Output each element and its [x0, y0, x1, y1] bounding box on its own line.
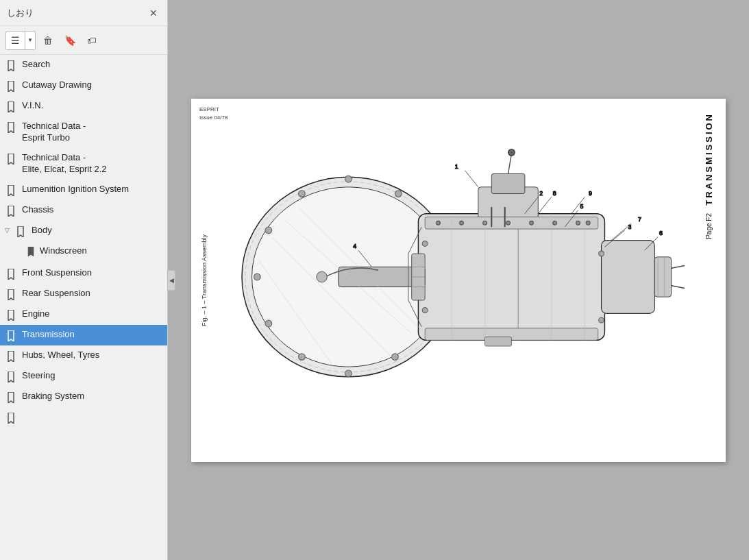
document-page: ESPRIT Issue 04/78 TRANSMISSION Page F2 …	[191, 99, 726, 462]
bookmark-icon	[5, 122, 16, 133]
sidebar-item-engine[interactable]: Engine	[0, 304, 167, 325]
sidebar-item-vin[interactable]: V.I.N.	[0, 96, 167, 117]
bookmark-icon	[5, 206, 16, 217]
bookmark-icon	[5, 81, 16, 92]
svg-rect-25	[425, 217, 598, 228]
svg-line-59	[538, 197, 551, 213]
svg-text:2: 2	[539, 189, 543, 196]
sidebar-item-search[interactable]: Search	[0, 55, 167, 75]
transmission-drawing: 1 2 3 4 5 6	[219, 119, 685, 435]
svg-rect-74	[654, 256, 671, 296]
sidebar-item-label: Engine	[22, 308, 162, 320]
svg-point-72	[599, 251, 604, 256]
sidebar-item-tech-data-elite[interactable]: Technical Data -Elite, Elcat, Esprit 2.2	[0, 148, 167, 180]
sidebar-item-tech-data-turbo[interactable]: Technical Data -Esprit Turbo	[0, 117, 167, 148]
sidebar-item-label: Body	[32, 225, 162, 236]
bookmark-icon	[5, 372, 16, 382]
sidebar-item-label: Rear Suspension	[22, 288, 162, 300]
sidebar-item-cutaway-drawing[interactable]: Cutaway Drawing	[0, 75, 167, 96]
svg-line-19	[508, 154, 512, 173]
bookmark-icon	[5, 101, 16, 112]
sidebar-item-steering[interactable]: Steering	[0, 366, 167, 387]
sidebar-item-label: Transmission	[22, 329, 162, 341]
sidebar-item-label: V.I.N.	[22, 100, 162, 112]
svg-line-57	[611, 223, 631, 240]
list-icon: ☰	[11, 35, 20, 46]
tag-button[interactable]: 🏷	[82, 31, 101, 50]
main-content: ESPRIT Issue 04/78 TRANSMISSION Page F2 …	[168, 0, 749, 560]
svg-point-32	[576, 221, 580, 225]
sidebar-item-body[interactable]: ▽ Body	[0, 221, 167, 241]
sidebar-item-partial[interactable]	[0, 407, 167, 428]
svg-point-26	[437, 221, 441, 225]
sidebar-collapse-handle[interactable]: ◀	[167, 270, 175, 291]
bookmark-icon	[5, 185, 16, 196]
svg-point-63	[317, 271, 328, 282]
bookmark-icon	[15, 226, 26, 237]
bookmark-icon	[5, 154, 16, 165]
list-dropdown-arrow[interactable]: ▼	[25, 32, 35, 49]
svg-point-33	[586, 221, 590, 225]
close-button[interactable]: ✕	[147, 6, 160, 20]
close-icon: ✕	[149, 8, 158, 19]
sidebar-item-label: Search	[22, 59, 162, 71]
bookmark-icon	[5, 351, 16, 362]
sidebar-item-rear-suspension[interactable]: Rear Suspension	[0, 284, 167, 304]
list-view-button[interactable]: ☰	[6, 32, 25, 49]
bookmark-icon	[5, 330, 16, 341]
svg-point-70	[422, 241, 428, 246]
sidebar-item-transmission[interactable]: Transmission	[0, 325, 167, 345]
svg-point-3	[345, 175, 352, 182]
sidebar-item-label: Braking System	[22, 391, 162, 402]
sidebar-item-chassis[interactable]: Chassis	[0, 200, 167, 221]
delete-icon: 🗑	[43, 35, 53, 46]
sidebar-item-label: Windscreen	[40, 245, 162, 257]
sidebar-item-label: Cutaway Drawing	[22, 80, 162, 91]
bookmark-icon	[5, 310, 16, 321]
svg-point-13	[265, 227, 272, 234]
chevron-down-icon: ▼	[27, 37, 33, 43]
bookmark-icon	[5, 413, 16, 424]
bookmark-icon	[5, 60, 16, 71]
bookmark-icon	[5, 269, 16, 280]
sidebar-item-label: Steering	[22, 370, 162, 382]
svg-text:5: 5	[580, 202, 583, 209]
sidebar-header: しおり ✕	[0, 0, 167, 26]
collapse-icon: ◀	[169, 277, 174, 284]
svg-point-10	[299, 353, 306, 360]
sidebar-nav: Search Cutaway Drawing V.I.N. Technical …	[0, 55, 167, 560]
add-bookmark-button[interactable]: 🔖	[60, 31, 79, 50]
svg-point-71	[422, 307, 428, 313]
svg-point-14	[299, 190, 306, 197]
svg-text:7: 7	[638, 216, 641, 223]
svg-line-45	[465, 170, 478, 186]
svg-point-12	[254, 273, 260, 280]
sidebar-item-braking-system[interactable]: Braking System	[0, 387, 167, 407]
sidebar-item-label: Front Suspension	[22, 267, 162, 279]
bookmark-icon	[5, 289, 16, 300]
svg-point-20	[508, 149, 515, 156]
svg-text:9: 9	[589, 189, 592, 196]
svg-point-31	[553, 221, 557, 225]
tag-icon: 🏷	[87, 35, 97, 46]
svg-point-4	[395, 190, 402, 197]
svg-text:4: 4	[353, 243, 356, 249]
sidebar-item-label: Chassis	[22, 204, 162, 216]
svg-point-9	[345, 370, 352, 377]
sidebar-title: しおり	[7, 7, 34, 19]
svg-rect-39	[485, 337, 512, 346]
sidebar-item-front-suspension[interactable]: Front Suspension	[0, 263, 167, 284]
sidebar: しおり ✕ ☰ ▼ 🗑 🔖 🏷 Sear	[0, 0, 168, 560]
delete-button[interactable]: 🗑	[38, 31, 58, 50]
svg-point-30	[530, 221, 534, 225]
svg-rect-40	[602, 240, 655, 313]
svg-text:1: 1	[455, 162, 458, 169]
sidebar-item-hubs-wheel-tyres[interactable]: Hubs, Wheel, Tyres	[0, 345, 167, 366]
svg-rect-18	[491, 173, 525, 193]
sidebar-item-label: Technical Data -Elite, Elcat, Esprit 2.2	[22, 152, 162, 175]
sidebar-item-windscreen[interactable]: Windscreen	[0, 241, 167, 264]
svg-text:8: 8	[553, 189, 556, 196]
add-bookmark-icon: 🔖	[64, 35, 76, 46]
sidebar-item-label: Hubs, Wheel, Tyres	[22, 350, 162, 361]
sidebar-item-lumenition[interactable]: Lumenition Ignition System	[0, 180, 167, 200]
